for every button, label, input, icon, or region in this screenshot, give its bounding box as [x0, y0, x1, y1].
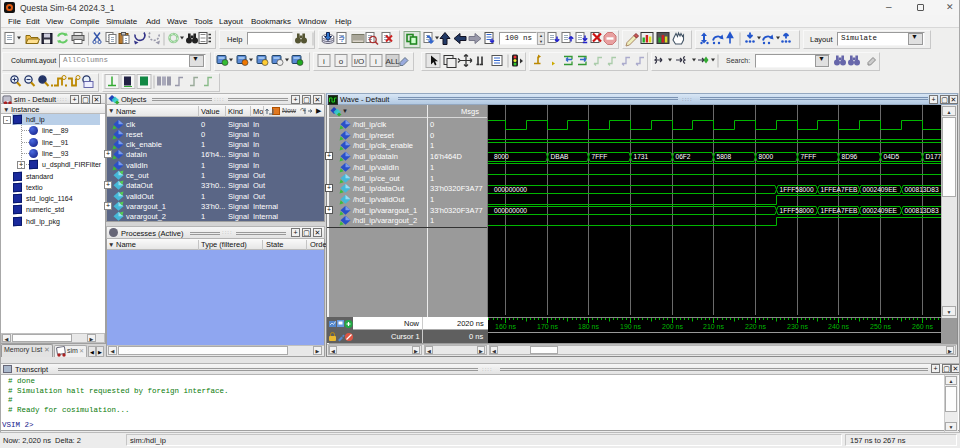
svg-text:8000: 8000 — [494, 153, 509, 160]
svg-text:i: i — [323, 57, 325, 66]
svg-text:180 ns: 180 ns — [578, 323, 600, 330]
svg-text:04D5: 04D5 — [884, 153, 900, 160]
svg-text:210 ns: 210 ns — [703, 323, 725, 330]
svg-text:170 ns: 170 ns — [537, 323, 559, 330]
svg-text:D177: D177 — [926, 153, 942, 160]
svg-text:1FFEA7FEB: 1FFEA7FEB — [821, 207, 859, 214]
svg-text:0002409EE: 0002409EE — [863, 186, 898, 193]
svg-text:0002409EE: 0002409EE — [863, 207, 898, 214]
svg-text:1FFF58000: 1FFF58000 — [780, 207, 814, 214]
svg-text:i: i — [375, 57, 377, 66]
svg-text:000000000: 000000000 — [494, 186, 527, 193]
svg-text:230 ns: 230 ns — [787, 323, 809, 330]
svg-text:250 ns: 250 ns — [870, 323, 892, 330]
svg-text:7FFF: 7FFF — [801, 153, 817, 160]
svg-text:000813D83: 000813D83 — [905, 186, 939, 193]
svg-text:5808: 5808 — [717, 153, 732, 160]
svg-text:1FFF58000: 1FFF58000 — [780, 186, 814, 193]
svg-text:ALL: ALL — [385, 57, 400, 66]
svg-text:o: o — [339, 57, 344, 66]
svg-text:200 ns: 200 ns — [662, 323, 684, 330]
svg-text:260 ns: 260 ns — [912, 323, 934, 330]
svg-text:220 ns: 220 ns — [745, 323, 767, 330]
svg-text:160 ns: 160 ns — [495, 323, 517, 330]
svg-text:7FFF: 7FFF — [592, 153, 608, 160]
svg-text:DBAB: DBAB — [551, 153, 570, 160]
svg-text:190 ns: 190 ns — [620, 323, 642, 330]
svg-text:000000000: 000000000 — [494, 207, 527, 214]
svg-text:1731: 1731 — [634, 153, 649, 160]
svg-text:8000: 8000 — [759, 153, 774, 160]
svg-text:?: ? — [340, 34, 345, 44]
svg-text:I/O: I/O — [354, 57, 365, 66]
svg-text:240 ns: 240 ns — [828, 323, 850, 330]
svg-text:06F2: 06F2 — [676, 153, 691, 160]
svg-text:000813D83: 000813D83 — [905, 207, 939, 214]
svg-text:8D96: 8D96 — [842, 153, 858, 160]
svg-text:1FFEA7FEB: 1FFEA7FEB — [821, 186, 859, 193]
